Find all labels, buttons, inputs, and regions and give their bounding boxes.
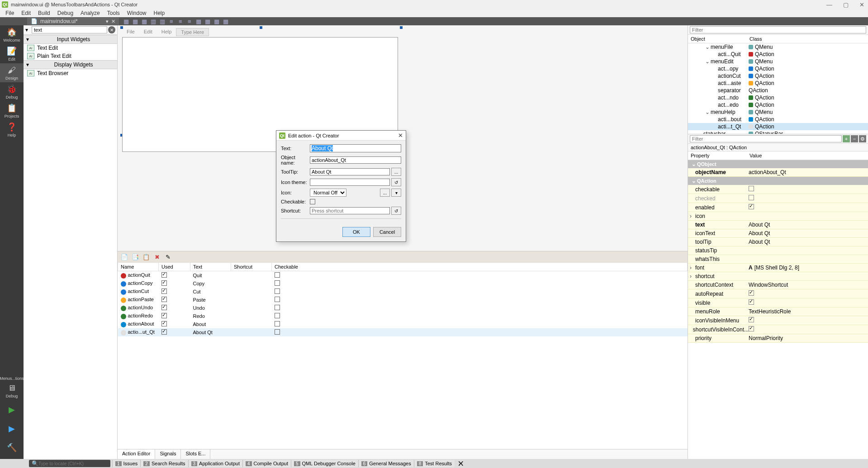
edit-action-dialog: Qt Edit action - Qt Creator ✕ Text: Abou… [276, 130, 406, 242]
icon-dropdown-button[interactable]: ▾ [391, 189, 401, 197]
dialog-close-icon[interactable]: ✕ [398, 132, 403, 139]
icon-select[interactable]: Normal Off [310, 189, 346, 197]
objectname-input[interactable] [310, 156, 401, 164]
text-input[interactable]: About Qt [310, 144, 401, 152]
icon-more-button[interactable]: ... [380, 189, 390, 197]
shortcut-input[interactable] [310, 207, 390, 214]
icontheme-reset-button[interactable]: ↺ [391, 178, 401, 186]
dialog-icon: Qt [279, 132, 285, 139]
label-text: Text: [281, 146, 310, 151]
tooltip-more-button[interactable]: ... [391, 168, 401, 176]
icontheme-input[interactable] [310, 179, 390, 186]
label-icon: Icon: [281, 190, 310, 195]
label-tooltip: ToolTip: [281, 169, 310, 175]
shortcut-reset-button[interactable]: ↺ [391, 207, 401, 215]
label-shortcut: Shortcut: [281, 208, 310, 213]
dialog-overlay: Qt Edit action - Qt Creator ✕ Text: Abou… [0, 0, 868, 468]
tooltip-input[interactable] [310, 168, 390, 175]
checkable-checkbox[interactable] [310, 199, 315, 204]
label-checkable: Checkable: [281, 199, 310, 204]
ok-button[interactable]: OK [342, 227, 370, 237]
label-objectname: Object name: [281, 155, 310, 165]
dialog-title: Edit action - Qt Creator [288, 133, 398, 138]
label-icontheme: Icon theme: [281, 180, 310, 185]
cancel-button[interactable]: Cancel [373, 227, 401, 237]
